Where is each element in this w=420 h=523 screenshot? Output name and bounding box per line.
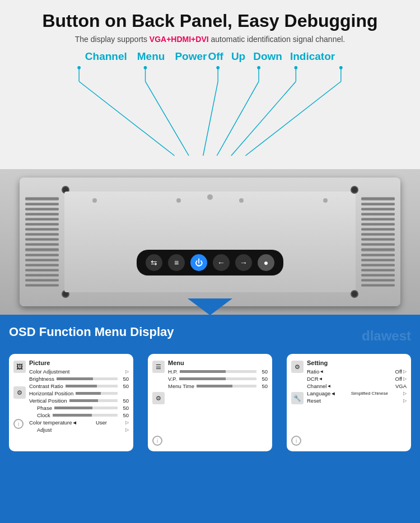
label-channel: Channel — [85, 50, 127, 63]
vpos-row: Vertical Position 50 — [29, 398, 129, 404]
vent-line — [361, 218, 395, 221]
vent-line — [25, 223, 59, 226]
menu-card: ☰ ⚙ i Menu H.P. 50 V.P. — [148, 354, 272, 451]
vent-line — [361, 213, 395, 216]
label-power: Power — [175, 50, 207, 63]
svg-line-16 — [245, 82, 340, 156]
power-button[interactable]: ⏻ — [190, 254, 207, 271]
vent-line — [361, 228, 395, 231]
label-menu: Menu — [137, 50, 165, 63]
vent-line — [361, 208, 395, 211]
vent-line — [361, 203, 395, 206]
vent-line — [25, 243, 59, 246]
label-indicator: Indicator — [290, 50, 335, 63]
label-up: Up — [231, 50, 245, 63]
top-section: Button on Back Panel, Easy Debugging The… — [0, 0, 420, 169]
page-title: Button on Back Panel, Easy Debugging — [11, 10, 409, 31]
vent-right — [361, 197, 395, 287]
svg-point-5 — [144, 66, 147, 69]
vent-line — [25, 238, 59, 241]
screw-right-top — [351, 186, 358, 194]
vent-line — [361, 259, 395, 262]
vent-line — [25, 284, 59, 287]
down-button[interactable]: → — [235, 254, 252, 271]
menu-cards: 🖼 ⚙ i Picture Color Adjustment ▷ Brightn… — [9, 354, 411, 451]
vent-line — [25, 248, 59, 251]
vent-line — [361, 238, 395, 241]
vp-row: V.P. 50 — [168, 376, 268, 382]
subtitle-before: The display supports — [75, 35, 150, 44]
vent-line — [361, 279, 395, 282]
page-container: Button on Back Panel, Easy Debugging The… — [0, 0, 420, 523]
osd-title: OSD Function Menu Display — [9, 325, 174, 339]
vent-line — [25, 279, 59, 282]
screw-inner-3 — [239, 198, 244, 203]
diagram-lines — [11, 63, 409, 169]
up-button[interactable]: ← — [213, 254, 230, 271]
hpos-row: Horizontal Position — [29, 390, 129, 396]
picture-title: Picture — [29, 359, 129, 366]
button-panel: ⇆ ≡ ⏻ ← → ● — [137, 250, 283, 275]
label-down: Down — [253, 50, 282, 63]
language-row: Language◄ Simplified Chinese ▷ — [307, 390, 407, 396]
vent-line — [25, 254, 59, 256]
vent-line — [25, 228, 59, 231]
vent-line — [25, 233, 59, 236]
channel-button[interactable]: ⇆ — [146, 254, 162, 271]
picture-card: 🖼 ⚙ i Picture Color Adjustment ▷ Brightn… — [9, 354, 133, 451]
phase-row: Phase 50 — [29, 405, 129, 411]
monitor-section: ⇆ ≡ ⏻ ← → ● — [0, 169, 420, 315]
menu-settings-icon: ⚙ — [152, 392, 165, 404]
svg-point-2 — [77, 66, 81, 69]
vent-line — [361, 264, 395, 267]
vent-line — [361, 248, 395, 251]
monitor-inner: ⇆ ≡ ⏻ ← → ● — [64, 192, 356, 292]
vent-line — [25, 203, 59, 206]
vent-line — [361, 284, 395, 287]
vent-line — [25, 197, 59, 200]
svg-line-13 — [231, 82, 296, 156]
vent-left — [25, 197, 59, 287]
vent-line — [361, 197, 395, 200]
menu-button[interactable]: ≡ — [168, 254, 185, 271]
settings-icon: ⚙ — [13, 386, 26, 399]
svg-point-11 — [257, 66, 260, 69]
subtitle-highlight: VGA+HDMI+DVI — [150, 35, 209, 44]
arrow-indicator — [188, 298, 232, 315]
subtitle: The display supports VGA+HDMI+DVI automa… — [11, 35, 409, 44]
vent-line — [361, 233, 395, 236]
vent-line — [361, 269, 395, 272]
contrast-row: Contrast Ratio 50 — [29, 383, 129, 389]
setting-info-icon: i — [291, 436, 301, 446]
color-adjust-row: Color Adjustment ▷ — [29, 368, 129, 375]
label-row: Channel Menu Power Off Up Down Indicator — [11, 50, 409, 63]
screw-inner-1 — [92, 198, 97, 203]
picture-icon: 🖼 — [13, 361, 26, 373]
vent-line — [25, 213, 59, 216]
menu-info-icon: i — [152, 436, 162, 446]
svg-line-10 — [217, 82, 259, 156]
channel-row: Channel ◄ VGA — [307, 383, 407, 389]
bottom-section: OSD Function Menu Display dlawest 🖼 ⚙ i … — [0, 315, 420, 523]
hp-row: H.P. 50 — [168, 368, 268, 375]
info-icon: i — [13, 419, 24, 429]
setting-card: ⚙ 🔧 i Setting Ratio ◄ Off ▷ DCR — [287, 354, 411, 451]
svg-line-1 — [79, 82, 174, 156]
setting-icon: ⚙ — [291, 361, 304, 373]
subtitle-after: automatic identification signal channel. — [209, 35, 346, 44]
svg-point-14 — [295, 66, 298, 69]
clock-row: Clock 50 — [29, 412, 129, 418]
diagram-area — [11, 63, 409, 169]
vent-line — [361, 223, 395, 226]
screw-inner-2 — [176, 198, 181, 203]
vent-line — [25, 259, 59, 262]
indicator-button[interactable]: ● — [258, 254, 274, 271]
screw-top-center — [207, 194, 213, 200]
ratio-row: Ratio ◄ Off ▷ — [307, 368, 407, 375]
menu-title: Menu — [168, 359, 268, 366]
brightness-row: Brightness 50 — [29, 376, 129, 382]
menu-icon: ☰ — [152, 361, 165, 373]
vent-line — [25, 274, 59, 277]
svg-line-4 — [146, 82, 189, 156]
vent-line — [361, 243, 395, 246]
